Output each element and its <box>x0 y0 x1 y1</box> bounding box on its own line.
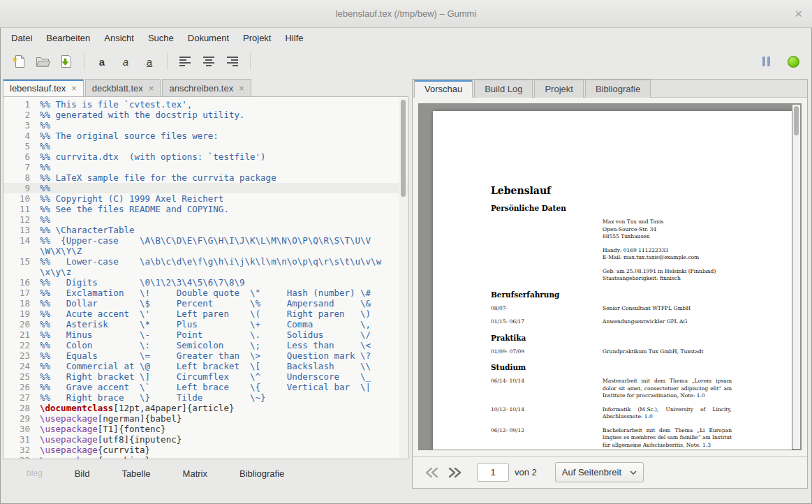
snippet-bibliografie-button[interactable]: Bibliografie <box>239 468 284 479</box>
zoom-dropdown[interactable]: Auf Seitenbreit <box>555 462 644 482</box>
editor-line[interactable]: 29\usepackage[ngerman]{babel} <box>3 413 408 424</box>
previous-page-button[interactable] <box>421 463 443 482</box>
snippet-bild-button[interactable]: Bild <box>75 468 90 479</box>
menu-datei[interactable]: Datei <box>4 29 39 47</box>
next-page-icon <box>447 467 462 478</box>
editor-line[interactable]: 10%% Copyright (C) 1999 Axel Reichert <box>3 193 408 204</box>
open-document-button[interactable] <box>31 51 54 72</box>
menu-suche[interactable]: Suche <box>141 29 181 47</box>
editor-line[interactable]: 24%% Commercial at \@ Left bracket \[ Ba… <box>3 361 408 371</box>
line-number: 10 <box>3 193 36 204</box>
editor-line[interactable]: 21%% Minus \- Point \. Solidus \/ <box>3 329 408 340</box>
bold-button[interactable]: a <box>90 51 114 72</box>
editor-line[interactable]: 30\usepackage[T1]{fontenc} <box>3 424 408 434</box>
preview-scrollbar-thumb[interactable] <box>794 106 799 135</box>
italic-icon: a <box>123 57 128 67</box>
editor-scrollbar-thumb[interactable] <box>401 100 406 197</box>
editor-line[interactable]: 33\usepackage{graphicx} <box>3 455 408 459</box>
editor-line[interactable]: 18%% Dollar \$ Percent \% Ampersand \& <box>3 298 408 309</box>
editor-line[interactable]: 17%% Exclamation \! Double quote \" Hash… <box>3 288 408 298</box>
snippet-matrix-button[interactable]: Matrix <box>183 468 207 479</box>
editor-line[interactable]: 7%% <box>3 162 408 172</box>
editor-line[interactable]: 20%% Asterisk \* Plus \+ Comma \, <box>3 319 408 329</box>
pdf-row: 06/14- 10/14Masterarbeit mit dem Thema „… <box>491 378 732 400</box>
preview-controls: von 2 Auf Seitenbreit <box>413 456 807 488</box>
editor-line[interactable]: 31\usepackage[utf8]{inputenc} <box>3 434 408 445</box>
code-text: %% <box>36 120 408 131</box>
align-left-button[interactable] <box>173 51 197 72</box>
tab-close-icon[interactable]: × <box>149 84 154 93</box>
editor-line[interactable]: 11%% See the files README and COPYING. <box>3 204 408 214</box>
editor-line[interactable]: 8%% LaTeX sample file for the currvita p… <box>3 172 408 183</box>
preview-tabbar: Vorschau Build Log Projekt Bibliografie <box>413 80 807 98</box>
tab-projekt[interactable]: Projekt <box>534 80 583 98</box>
tab-close-icon[interactable]: × <box>239 84 244 93</box>
editor-line[interactable]: 5%% <box>3 141 408 151</box>
editor-line[interactable]: 28\documentclass[12pt,a4paper]{article} <box>3 403 408 413</box>
editor-scrollbar[interactable] <box>399 98 407 458</box>
menu-projekt[interactable]: Projekt <box>236 29 278 47</box>
align-left-icon <box>178 56 192 67</box>
editor-line[interactable]: 14%% {Upper-case \A\B\C\D\E\F\G\H\I\J\K\… <box>3 235 408 256</box>
editor-line[interactable]: 26%% Grave accent \` Left brace \{ Verti… <box>3 382 408 392</box>
menu-ansicht[interactable]: Ansicht <box>97 29 141 47</box>
editor-line[interactable]: 9%% <box>3 183 408 193</box>
save-document-icon <box>59 54 74 69</box>
align-center-button[interactable] <box>197 51 221 72</box>
editor-line[interactable]: 1%% This is file `cvtest.tex', <box>3 99 408 110</box>
pdf-viewport: LebenslaufPersönliche DatenMax von Tux u… <box>418 103 802 450</box>
editor-line[interactable]: 13%% \CharacterTable <box>3 225 408 235</box>
editor-line[interactable]: 4%% The original source files were: <box>3 131 408 141</box>
tab-build-log[interactable]: Build Log <box>474 80 533 98</box>
underline-button[interactable]: a <box>138 51 161 72</box>
editor-line[interactable]: 19%% Acute accent \' Left paren \( Right… <box>3 309 408 319</box>
editor-line[interactable]: 2%% generated with the docstrip utility. <box>3 110 408 120</box>
tab-label: anschreiben.tex <box>169 83 233 94</box>
editor-line[interactable]: 23%% Equals \= Greater than \> Question … <box>3 350 408 361</box>
code-text: %% Minus \- Point \. Solidus \/ <box>36 329 408 340</box>
editor-line[interactable]: 22%% Colon \: Semicolon \; Less than \< <box>3 340 408 350</box>
editor-line[interactable]: 6%% currvita.dtx (with options: `testfil… <box>3 151 408 162</box>
page-number-input[interactable] <box>477 463 509 482</box>
editor-line[interactable]: 32\usepackage{currvita} <box>3 445 408 455</box>
snippet-tabelle-button[interactable]: Tabelle <box>121 468 150 479</box>
save-document-button[interactable] <box>54 51 78 72</box>
titlebar[interactable]: lebenslauf.tex (/tmp/bew) – Gummi × <box>0 0 812 28</box>
underline-icon: a <box>147 57 152 67</box>
source-editor[interactable]: 1%% This is file `cvtest.tex',2%% genera… <box>3 96 408 459</box>
editor-line[interactable]: 27%% Right brace \} Tilde \~} <box>3 392 408 403</box>
editor-line[interactable]: 25%% Right bracket \] Circumflex \^ Unde… <box>3 371 408 382</box>
new-document-button[interactable] <box>7 51 31 72</box>
preview-scrollbar[interactable] <box>792 105 800 449</box>
align-right-button[interactable] <box>221 51 244 72</box>
code-text: %% Dollar \$ Percent \% Ampersand \& <box>36 298 408 309</box>
tab-lebenslauf[interactable]: lebenslauf.tex × <box>3 79 84 96</box>
editor-line[interactable]: 3%% <box>3 120 408 131</box>
pdf-section-heading: Praktika <box>491 334 732 342</box>
line-number: 17 <box>3 288 36 298</box>
line-number: 12 <box>3 214 36 225</box>
window-close-button[interactable]: × <box>795 8 802 20</box>
tab-close-icon[interactable]: × <box>71 84 77 93</box>
align-center-icon <box>202 56 216 67</box>
editor-line[interactable]: 12%% <box>3 214 408 225</box>
toolbar-separator <box>167 53 168 70</box>
tab-bibliografie[interactable]: Bibliografie <box>585 80 651 98</box>
menu-bearbeiten[interactable]: Bearbeiten <box>39 29 97 47</box>
pdf-row: Handy: 0169 111222333E-Mail: max.tux.tax… <box>491 247 732 262</box>
tab-anschreiben[interactable]: anschreiben.tex × <box>162 79 251 96</box>
editor-line[interactable]: 16%% Digits \0\1\2\3\4\5\6\7\8\9 <box>3 277 408 288</box>
editor-line[interactable]: 15%% Lower-case \a\b\c\d\e\f\g\h\i\j\k\l… <box>3 256 408 277</box>
tab-deckblatt[interactable]: deckblatt.tex × <box>85 79 161 96</box>
menu-dokument[interactable]: Dokument <box>181 29 236 47</box>
pause-compile-button[interactable] <box>754 51 778 72</box>
tab-vorschau[interactable]: Vorschau <box>414 80 473 98</box>
pdf-text-line: 88555 Tuxhausen <box>603 233 732 241</box>
pdf-row: Geb. am 25.08.1991 in Helsinki (Finnland… <box>491 268 732 283</box>
italic-button[interactable]: a <box>114 51 138 72</box>
next-page-button[interactable] <box>443 463 466 482</box>
pdf-date-label: 01/09- 07/09 <box>491 348 603 356</box>
code-text: %% Equals \= Greater than \> Question ma… <box>36 350 408 361</box>
menu-hilfe[interactable]: Hilfe <box>278 29 310 47</box>
main-area: lebenslauf.tex × deckblatt.tex × anschre… <box>0 75 812 504</box>
